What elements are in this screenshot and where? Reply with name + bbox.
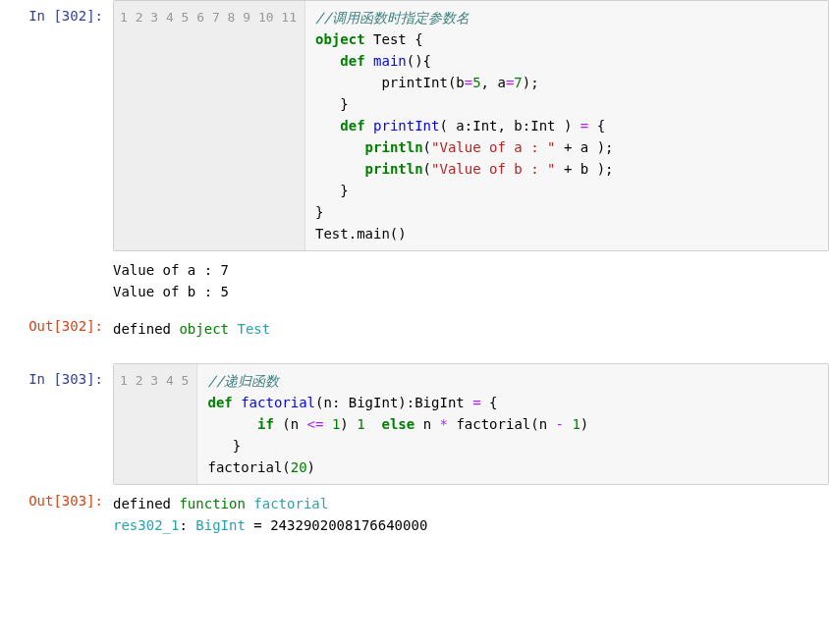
token: object <box>315 31 365 47</box>
token: ) <box>580 416 588 432</box>
code-line: def factorial(n: BigInt):BigInt = { <box>207 392 588 413</box>
token: 5 <box>472 75 480 90</box>
input-cell: In [303]:1 2 3 4 5//递归函数def factorial(n:… <box>0 363 829 485</box>
token: { <box>481 395 498 410</box>
token: ); <box>523 75 539 90</box>
token: ) <box>307 459 315 475</box>
token: + a ); <box>555 139 613 155</box>
token: ( a:Int, b:Int ) <box>439 118 580 134</box>
token: = <box>472 395 480 410</box>
code-body[interactable]: //调用函数时指定参数名object Test { def main(){ pr… <box>305 1 623 250</box>
token <box>323 416 331 432</box>
output-text: defined function factorial res302_1: Big… <box>113 485 829 544</box>
output-cell: Out[302]:defined object Test <box>0 310 829 348</box>
token: defined <box>113 321 179 337</box>
token: 1 <box>357 416 364 432</box>
output-content: defined object Test <box>113 310 829 348</box>
out-prompt: Out[303]: <box>0 485 113 544</box>
cell-spacer <box>0 348 829 363</box>
token <box>315 161 365 177</box>
code-line: println("Value of b : " + b ); <box>315 158 613 180</box>
token: = <box>465 75 472 90</box>
token <box>315 139 365 155</box>
code-body[interactable]: //递归函数def factorial(n: BigInt):BigInt = … <box>197 364 598 484</box>
token: <= <box>307 416 324 432</box>
token: def <box>207 395 232 410</box>
token: (n <box>274 416 307 432</box>
token: + b ); <box>555 161 613 177</box>
output-text: defined object Test <box>113 310 829 348</box>
token: "Value of a : " <box>431 139 555 155</box>
token: printInt <box>373 118 439 134</box>
token: } <box>315 96 349 112</box>
token: Test <box>237 321 270 337</box>
token: , a <box>481 75 506 90</box>
token: } <box>207 438 241 454</box>
token: //调用函数时指定参数名 <box>315 10 470 26</box>
token: ( <box>423 161 431 177</box>
code-line: //调用函数时指定参数名 <box>315 7 613 28</box>
token: factorial <box>241 395 315 410</box>
token: factorial( <box>207 459 290 475</box>
token: BigInt <box>195 517 246 533</box>
code-line: } <box>315 201 613 223</box>
cell-spacer <box>0 544 829 560</box>
code-line: Test.main() <box>315 223 613 244</box>
token: defined <box>113 496 179 511</box>
token: = <box>580 118 588 134</box>
token: object <box>179 321 229 337</box>
output-content: defined function factorial res302_1: Big… <box>113 485 829 544</box>
token: 2432902008176640000 <box>270 517 427 533</box>
code-line: def main(){ <box>315 50 613 72</box>
token: { <box>588 118 605 134</box>
token: * <box>440 416 448 432</box>
stdout-cell: Value of a : 7 Value of b : 5 <box>0 251 829 310</box>
line-gutter: 1 2 3 4 5 <box>114 364 197 484</box>
token: function <box>179 496 245 511</box>
token: ) <box>340 416 357 432</box>
code-line: def printInt( a:Int, b:Int ) = { <box>315 115 613 136</box>
code-line: } <box>207 435 588 456</box>
code-line: if (n <= 1) 1 else n * factorial(n - 1) <box>207 413 588 435</box>
output-cell: Out[303]:defined function factorial res3… <box>0 485 829 544</box>
code-line: } <box>315 180 613 201</box>
token: : <box>179 517 195 533</box>
input-content: 1 2 3 4 5 6 7 8 9 10 11//调用函数时指定参数名objec… <box>113 0 829 251</box>
token: (){ <box>407 53 431 69</box>
blank-prompt <box>0 251 113 310</box>
token: println <box>365 139 423 155</box>
token: } <box>315 183 349 198</box>
token: Test { <box>365 31 423 47</box>
line-gutter: 1 2 3 4 5 6 7 8 9 10 11 <box>114 1 305 250</box>
stdout-content: Value of a : 7 Value of b : 5 <box>113 251 829 310</box>
code-line: } <box>315 93 613 115</box>
token: println <box>365 161 423 177</box>
out-prompt: Out[302]: <box>0 310 113 348</box>
token <box>365 118 373 134</box>
code-editor[interactable]: 1 2 3 4 5//递归函数def factorial(n: BigInt):… <box>113 363 829 485</box>
token <box>365 53 373 69</box>
code-line: object Test { <box>315 28 613 50</box>
code-editor[interactable]: 1 2 3 4 5 6 7 8 9 10 11//调用函数时指定参数名objec… <box>113 0 829 251</box>
input-cell: In [302]:1 2 3 4 5 6 7 8 9 10 11//调用函数时指… <box>0 0 829 251</box>
in-prompt: In [302]: <box>0 0 113 251</box>
token: "Value of b : " <box>431 161 555 177</box>
code-line: factorial(20) <box>207 456 588 478</box>
token: 20 <box>291 459 307 475</box>
token <box>233 395 241 410</box>
token: def <box>340 118 364 134</box>
token: 1 <box>572 416 580 432</box>
token: printInt(b <box>315 75 465 90</box>
token <box>207 416 257 432</box>
token: 7 <box>514 75 522 90</box>
token: factorial(n <box>448 416 556 432</box>
in-prompt: In [303]: <box>0 363 113 485</box>
token: def <box>340 53 364 69</box>
input-content: 1 2 3 4 5//递归函数def factorial(n: BigInt):… <box>113 363 829 485</box>
token: } <box>315 204 323 220</box>
token: else <box>382 416 415 432</box>
token: - <box>556 416 564 432</box>
token: = <box>246 517 270 533</box>
code-line: //递归函数 <box>207 370 588 392</box>
token: ( <box>423 139 431 155</box>
